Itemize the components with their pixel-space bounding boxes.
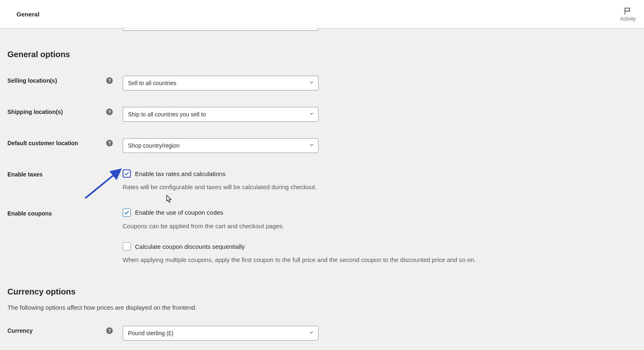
select-value: Sell to all countries [128,80,177,86]
checkbox-label-enable-taxes: Enable tax rates and calculations [135,170,226,177]
help-icon[interactable]: ? [106,327,113,334]
label-shipping-locations: Shipping location(s) [7,109,103,115]
header-title: General [16,11,40,18]
activity-button[interactable]: Activity [620,7,636,22]
section-title-currency-options: Currency options [7,287,637,297]
help-icon[interactable]: ? [106,77,113,84]
desc-enable-coupons: Coupons can be applied from the cart and… [123,222,637,231]
checkbox-label-sequential: Calculate coupon discounts sequentially [135,243,245,250]
label-enable-coupons: Enable coupons [7,210,114,217]
label-currency: Currency [7,327,103,334]
help-icon[interactable]: ? [106,109,113,115]
select-selling-locations[interactable]: Sell to all countries [123,76,319,90]
help-icon[interactable]: ? [106,140,113,146]
select-value: Ship to all countries you sell to [128,111,206,118]
flag-icon [623,7,632,16]
checkbox-label-enable-coupons: Enable the use of coupon codes [135,209,223,216]
currency-options-desc: The following options affect how prices … [7,304,637,311]
desc-enable-taxes: Rates will be configurable and taxes wil… [123,183,637,192]
checkbox-enable-taxes[interactable] [123,169,131,178]
label-selling-locations: Selling location(s) [7,77,103,84]
row-default-customer-location: Default customer location ? Shop country… [7,138,637,153]
select-currency[interactable]: Pound sterling (£) [123,326,319,341]
cursor-icon [166,195,173,203]
checkbox-enable-coupons[interactable] [123,209,131,217]
row-selling-locations: Selling location(s) ? Sell to all countr… [7,76,637,90]
activity-label: Activity [620,16,636,22]
select-shipping-locations[interactable]: Ship to all countries you sell to [123,107,319,122]
select-value: Shop country/region [128,142,179,149]
row-enable-coupons: Enable coupons Enable the use of coupon … [7,209,637,265]
select-value: Pound sterling (£) [128,330,174,336]
row-currency: Currency ? Pound sterling (£) [7,326,637,341]
page-header: General Activity [0,0,644,28]
select-default-customer-location[interactable]: Shop country/region [123,138,319,153]
label-default-customer-location: Default customer location [7,140,103,146]
desc-sequential: When applying multiple coupons, apply th… [123,255,637,265]
label-enable-taxes: Enable taxes [7,171,114,178]
row-shipping-locations: Shipping location(s) ? Ship to all count… [7,107,637,122]
row-enable-taxes: Enable taxes Enable tax rates and calcul… [7,169,637,192]
checkbox-sequential-discounts[interactable] [123,242,131,250]
section-title-general-options: General options [7,50,637,59]
partial-field-above [123,28,319,31]
